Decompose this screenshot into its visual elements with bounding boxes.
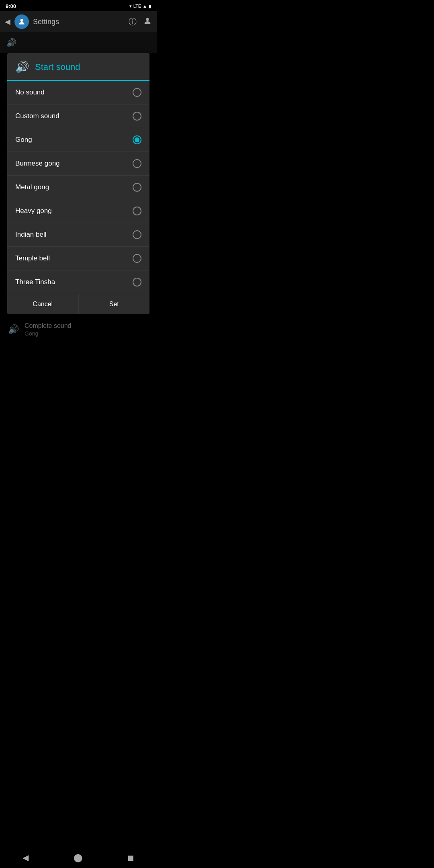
option-label-temple-bell: Temple bell: [15, 254, 50, 262]
complete-sound-text: Complete sound Gong: [25, 322, 72, 337]
option-burmese-gong[interactable]: Burmese gong: [7, 152, 149, 176]
option-indian-bell[interactable]: Indian bell: [7, 223, 149, 247]
radio-temple-bell[interactable]: [133, 254, 141, 263]
option-label-custom-sound: Custom sound: [15, 112, 59, 120]
profile-icon[interactable]: [143, 16, 152, 27]
option-label-no-sound: No sound: [15, 88, 45, 96]
lte-label: LTE: [133, 4, 141, 8]
radio-indian-bell[interactable]: [133, 230, 141, 239]
app-bar: ◀ Settings ⓘ: [0, 11, 157, 32]
option-temple-bell[interactable]: Temple bell: [7, 247, 149, 270]
svg-point-1: [146, 18, 149, 20]
radio-no-sound[interactable]: [133, 88, 141, 97]
option-label-metal-gong: Metal gong: [15, 183, 49, 191]
option-metal-gong[interactable]: Metal gong: [7, 176, 149, 199]
svg-point-0: [20, 19, 23, 22]
radio-metal-gong[interactable]: [133, 183, 141, 192]
radio-gong[interactable]: [133, 135, 141, 144]
option-label-heavy-gong: Heavy gong: [15, 207, 52, 215]
bg-sound-icon-top: 🔊: [6, 38, 16, 47]
complete-sound-label: Complete sound: [25, 322, 72, 330]
avatar: [14, 14, 29, 29]
status-icons: ▾ LTE ▲ ▮: [129, 4, 151, 9]
option-label-three-tinsha: Three Tinsha: [15, 278, 55, 286]
status-bar: 9:00 ▾ LTE ▲ ▮: [0, 0, 157, 11]
info-icon[interactable]: ⓘ: [129, 16, 137, 27]
option-label-gong: Gong: [15, 136, 32, 144]
dialog-header: 🔊 Start sound: [7, 53, 149, 81]
dialog-title: Start sound: [35, 62, 80, 72]
dialog-overlay: 🔊 Start sound No sound Custom sound Gong…: [0, 53, 157, 314]
dialog-sound-icon: 🔊: [15, 60, 29, 74]
status-time: 9:00: [6, 3, 16, 9]
radio-custom-sound[interactable]: [133, 112, 141, 121]
option-label-burmese-gong: Burmese gong: [15, 160, 60, 168]
dialog-buttons: Cancel Set: [7, 294, 149, 314]
option-no-sound[interactable]: No sound: [7, 81, 149, 104]
start-sound-dialog: 🔊 Start sound No sound Custom sound Gong…: [7, 53, 149, 314]
wifi-icon: ▾: [129, 4, 132, 9]
option-custom-sound[interactable]: Custom sound: [7, 104, 149, 128]
complete-sound-icon: 🔊: [8, 324, 19, 335]
back-button[interactable]: ◀: [5, 17, 10, 26]
dialog-options: No sound Custom sound Gong Burmese gong …: [7, 81, 149, 294]
complete-sound-row: 🔊 Complete sound Gong: [0, 316, 157, 343]
signal-icon: ▲: [143, 4, 147, 8]
complete-sound-sublabel: Gong: [25, 330, 72, 337]
app-bar-actions: ⓘ: [129, 16, 152, 27]
radio-burmese-gong[interactable]: [133, 159, 141, 168]
battery-icon: ▮: [149, 4, 151, 9]
option-gong[interactable]: Gong: [7, 128, 149, 152]
set-button[interactable]: Set: [79, 294, 150, 314]
radio-three-tinsha[interactable]: [133, 278, 141, 287]
settings-bg-row: 🔊: [0, 32, 157, 53]
radio-heavy-gong[interactable]: [133, 207, 141, 215]
app-title: Settings: [33, 18, 125, 26]
option-label-indian-bell: Indian bell: [15, 231, 47, 239]
option-heavy-gong[interactable]: Heavy gong: [7, 199, 149, 223]
cancel-button[interactable]: Cancel: [7, 294, 79, 314]
option-three-tinsha[interactable]: Three Tinsha: [7, 270, 149, 294]
